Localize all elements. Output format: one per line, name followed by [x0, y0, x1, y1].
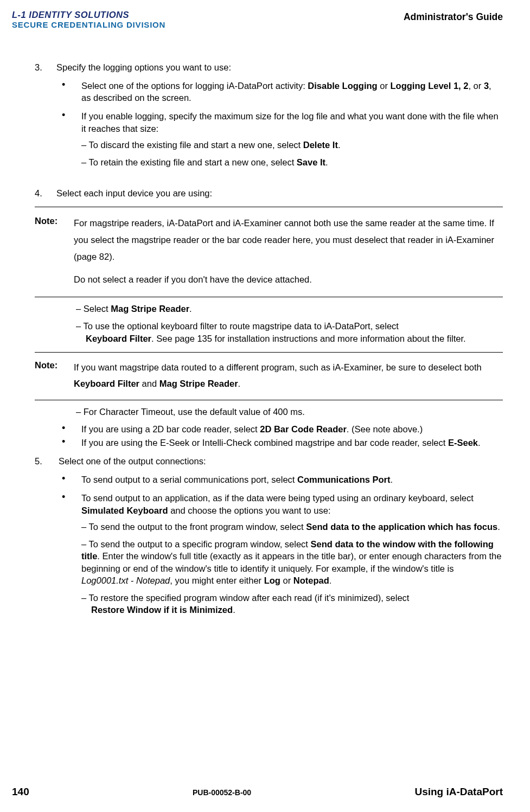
step-4: 4. Select each input device you are usin…: [35, 187, 503, 199]
logo-line-1: L-1 IDENTITY SOLUTIONS: [12, 10, 165, 20]
bullet-icon: •: [56, 110, 81, 174]
page-number: 140: [12, 785, 29, 799]
logo-line-2: SECURE CREDENTIALING DIVISION: [12, 21, 165, 30]
logo-rest: IDENTITY SOLUTIONS: [26, 10, 129, 20]
step-3-bullet-1: • Select one of the options for logging …: [56, 80, 503, 104]
document-page: L-1 IDENTITY SOLUTIONS SECURE CREDENTIAL…: [0, 0, 530, 812]
company-logo: L-1 IDENTITY SOLUTIONS SECURE CREDENTIAL…: [12, 10, 165, 30]
step-4-bullet-3: • If you are using a 2D bar code reader,…: [56, 423, 503, 435]
procedure-list: 3. Specify the logging options you want …: [35, 61, 503, 199]
step-5-bullet-1: • To send output to a serial communicati…: [56, 474, 503, 485]
bullet-icon: •: [56, 474, 81, 485]
section-title: Using iA-DataPort: [414, 785, 503, 799]
step-5: 5. Select one of the output connections:…: [35, 455, 503, 628]
note-block-1: Note: For magstripe readers, iA-DataPort…: [35, 207, 503, 297]
step-4-dash-1: – Select Mag Stripe Reader.: [76, 303, 503, 315]
bullet-icon: •: [56, 437, 81, 449]
step-5-dash-2: – To send the output to a specific progr…: [81, 538, 503, 586]
note-1-paragraph-2: Do not select a reader if you don't have…: [74, 271, 503, 288]
page-footer: 140 PUB-00052-B-00 Using iA-DataPort: [12, 785, 503, 799]
logo-prefix: L-1: [12, 10, 26, 20]
bullet-icon: •: [56, 80, 81, 104]
note-1-paragraph-1: For magstripe readers, iA-DataPort and i…: [74, 215, 503, 266]
step-3-bullet-2: • If you enable logging, specify the max…: [56, 110, 503, 174]
step-3-dash-2: – To retain the existing file and start …: [81, 156, 503, 168]
step-number: 3.: [35, 61, 56, 181]
step-5-bullet-2: • To send output to an application, as i…: [56, 492, 503, 621]
step-3: 3. Specify the logging options you want …: [35, 61, 503, 181]
step-5-dash-3: – To restore the specified program windo…: [81, 592, 503, 616]
step-4-text: Select each input device you are using:: [56, 188, 212, 198]
step-4-dash-2: – To use the optional keyboard filter to…: [76, 320, 503, 344]
step-3-dash-1: – To discard the existing file and start…: [81, 139, 503, 151]
note-label: Note:: [35, 359, 74, 392]
page-header: L-1 IDENTITY SOLUTIONS SECURE CREDENTIAL…: [12, 10, 503, 30]
procedure-list-cont: 5. Select one of the output connections:…: [35, 455, 503, 628]
step-number: 5.: [35, 455, 56, 628]
publication-id: PUB-00052-B-00: [193, 788, 251, 798]
document-title: Administrator's Guide: [404, 10, 503, 24]
step-4-bullet-4: • If you are using the E-Seek or Intelli…: [56, 437, 503, 449]
bullet-icon: •: [56, 423, 81, 435]
step-3-text: Specify the logging options you want to …: [56, 62, 231, 72]
step-4-dash-3: – For Character Timeout, use the default…: [76, 406, 503, 418]
note-label: Note:: [35, 215, 74, 288]
step-5-text: Select one of the output connections:: [56, 456, 206, 466]
body-content: 3. Specify the logging options you want …: [35, 61, 503, 628]
step-number: 4.: [35, 187, 56, 199]
note-block-2: Note: If you want magstripe data routed …: [35, 352, 503, 400]
bullet-icon: •: [56, 492, 81, 621]
step-5-dash-1: – To send the output to the front progra…: [81, 521, 503, 533]
